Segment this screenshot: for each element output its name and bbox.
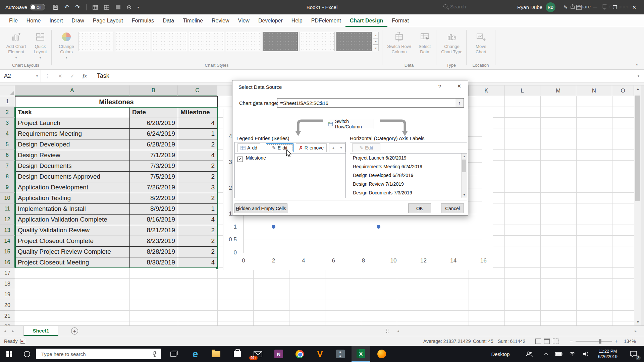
record-macro-icon[interactable] xyxy=(20,339,25,344)
select-all-corner[interactable] xyxy=(0,85,15,96)
ribbon-tab-page-layout[interactable]: Page Layout xyxy=(89,14,127,27)
row-header-4[interactable]: 4 xyxy=(0,128,15,139)
chart-data-range-input[interactable]: =Sheet1!$A$2:$C$16 ↑ xyxy=(277,98,464,108)
taskbar-app-edge[interactable]: e xyxy=(186,346,205,362)
column-header-C[interactable]: C xyxy=(178,85,217,96)
ribbon-tab-pdfelement[interactable]: PDFelement xyxy=(307,14,345,27)
ribbon-tab-developer[interactable]: Developer xyxy=(254,14,287,27)
taskbar-app-chrome[interactable] xyxy=(290,346,309,362)
axis-label-item-4[interactable]: Design Review 7/1/2019 xyxy=(350,180,461,188)
expand-formula-bar-icon[interactable]: ▾ xyxy=(638,74,639,78)
chart-style-thumbnail-5[interactable] xyxy=(226,32,261,51)
axis-list-scrollbar[interactable]: ▲ ▼ xyxy=(461,154,467,198)
confirm-entry-icon[interactable]: ✓ xyxy=(70,73,75,79)
legend-entries-list[interactable]: ✓Milestone xyxy=(234,153,346,198)
cancel-button[interactable]: Cancel xyxy=(441,203,464,213)
add-series-button[interactable]: Add xyxy=(237,143,260,152)
zoom-slider[interactable] xyxy=(576,341,612,342)
move-down-icon[interactable]: ▼ xyxy=(337,143,345,152)
row-header-19[interactable]: 19 xyxy=(0,289,15,300)
autosave-switch-icon[interactable]: Off xyxy=(30,4,45,10)
row-header-11[interactable]: 11 xyxy=(0,203,15,214)
page-break-preview-icon[interactable] xyxy=(553,339,558,344)
gallery-scroll-up-icon[interactable]: ▴ xyxy=(373,32,379,38)
table-borders-icon[interactable] xyxy=(104,5,109,10)
microphone-icon[interactable] xyxy=(152,351,157,357)
data-point-milestone-2[interactable] xyxy=(272,225,275,229)
prev-sheet-icon[interactable]: ◂ xyxy=(1,326,9,336)
name-box-caret-icon[interactable]: ▾ xyxy=(36,74,38,78)
table-tool-icon[interactable] xyxy=(93,5,98,10)
axis-label-item-1[interactable]: Project Launch 6/20/2019 xyxy=(350,154,461,162)
taskbar-app-store[interactable] xyxy=(228,346,247,362)
switch-row-column-button[interactable]: Switch Row/Column xyxy=(328,119,374,129)
row-header-22[interactable]: 22 xyxy=(0,321,15,325)
column-header-N[interactable]: N xyxy=(576,85,612,96)
move-chart-button[interactable]: Move Chart xyxy=(470,30,492,63)
row-header-8[interactable]: 8 xyxy=(0,171,15,182)
cell-a1-title[interactable]: Milestones xyxy=(15,97,218,107)
row-header-10[interactable]: 10 xyxy=(0,193,15,203)
hscroll-right-icon[interactable]: ▸ xyxy=(632,326,639,336)
collapse-ribbon-icon[interactable]: ▴ xyxy=(636,62,638,66)
chart-style-thumbnail-2[interactable] xyxy=(115,32,150,51)
row-header-3[interactable]: 3 xyxy=(0,118,15,128)
taskbar-app-file-explorer[interactable] xyxy=(207,346,225,362)
page-layout-view-icon[interactable] xyxy=(544,339,550,344)
volume-icon[interactable] xyxy=(580,346,592,362)
desktop-label[interactable]: Desktop xyxy=(487,346,514,362)
undo-icon[interactable]: ↶ xyxy=(64,4,69,10)
taskbar-app-task-view[interactable] xyxy=(165,346,183,362)
sheet-tab-sheet1[interactable]: Sheet1 xyxy=(23,326,58,336)
insert-function-icon[interactable]: fx xyxy=(83,73,87,79)
ribbon-tab-timeline[interactable]: Timeline xyxy=(178,14,207,27)
fill-handle[interactable] xyxy=(216,267,219,269)
remove-series-button[interactable]: ✗Remove xyxy=(296,143,327,152)
quick-layout-button[interactable]: Quick Layout▾ xyxy=(30,30,50,63)
row-header-16[interactable]: 16 xyxy=(0,257,15,268)
people-icon[interactable] xyxy=(522,346,537,362)
comments-button[interactable]: Comments xyxy=(602,0,634,13)
taskbar-app-firefox[interactable] xyxy=(372,346,391,362)
column-header-M[interactable]: M xyxy=(540,85,576,96)
row-header-14[interactable]: 14 xyxy=(0,236,15,246)
chart-style-thumbnail-1[interactable] xyxy=(78,32,113,51)
show-hidden-icons-chevron[interactable] xyxy=(541,346,551,362)
column-header-A[interactable]: A xyxy=(15,85,129,96)
taskbar-app-media-player[interactable]: V xyxy=(311,346,329,362)
network-icon[interactable] xyxy=(566,346,578,362)
cancel-entry-icon[interactable]: ✕ xyxy=(58,73,62,79)
select-data-button[interactable]: Select Data xyxy=(415,30,434,63)
gallery-scroll-down-icon[interactable]: ▾ xyxy=(373,38,379,45)
action-center-button[interactable]: 2 xyxy=(626,346,641,362)
dialog-close-button[interactable]: ✕ xyxy=(450,80,468,92)
battery-icon[interactable] xyxy=(553,346,565,362)
axis-scroll-down-icon[interactable]: ▼ xyxy=(462,192,467,198)
chart-style-thumbnail-7[interactable] xyxy=(300,32,335,51)
settings-dot-icon[interactable] xyxy=(127,5,131,10)
ribbon-tab-help[interactable]: Help xyxy=(287,14,307,27)
ribbon-tab-review[interactable]: Review xyxy=(207,14,233,27)
customize-quick-access-icon[interactable]: ▾ xyxy=(138,6,139,9)
next-sheet-icon[interactable]: ▸ xyxy=(9,326,17,336)
avatar[interactable]: RD xyxy=(546,2,555,12)
row-header-12[interactable]: 12 xyxy=(0,214,15,225)
redo-icon[interactable]: ↷ xyxy=(75,4,80,10)
row-header-6[interactable]: 6 xyxy=(0,150,15,161)
change-colors-button[interactable]: Change Colors▾ xyxy=(55,30,77,63)
column-header-L[interactable]: L xyxy=(504,85,540,96)
ok-button[interactable]: OK xyxy=(408,203,431,213)
chart-style-thumbnail-8[interactable] xyxy=(336,32,372,51)
chart-style-thumbnail-4[interactable] xyxy=(189,32,224,51)
normal-view-icon[interactable] xyxy=(535,339,541,344)
change-chart-type-button[interactable]: Change Chart Type xyxy=(439,30,464,63)
ribbon-tab-draw[interactable]: Draw xyxy=(67,14,88,27)
taskbar-app-mail[interactable]: 99+ xyxy=(249,346,267,362)
switch-row-column-button[interactable]: Switch Row/ Column xyxy=(386,30,413,63)
row-header-15[interactable]: 15 xyxy=(0,246,15,257)
add-chart-element-button[interactable]: Add Chart Element▾ xyxy=(3,30,29,63)
ribbon-tab-formulas[interactable]: Formulas xyxy=(127,14,159,27)
row-header-5[interactable]: 5 xyxy=(0,139,15,150)
user-name[interactable]: Ryan Dube xyxy=(517,4,542,10)
chart-style-thumbnail-6[interactable] xyxy=(263,32,298,51)
